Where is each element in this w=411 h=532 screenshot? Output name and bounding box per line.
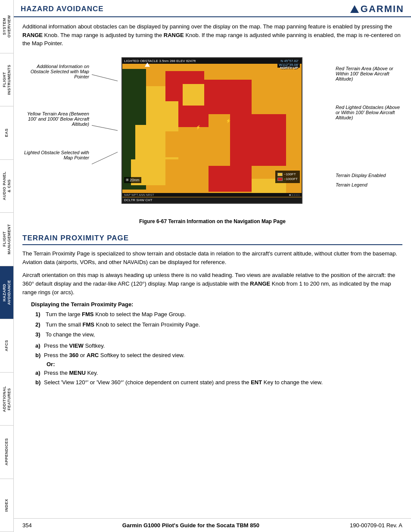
map-softkey-bar: DCLTR SHW CHT xyxy=(122,197,302,203)
terrain-para-2: Aircraft orientation on this map is alwa… xyxy=(22,271,402,297)
sub-steps-first: a) Press the VIEW Softkey. b) Press the … xyxy=(35,342,402,360)
label-yellow-terrain: Yellow Terrain Area (Between 100' and 10… xyxy=(22,111,89,127)
page-title: HAZARD AVOIDANCE xyxy=(21,5,104,13)
sidebar: SYSTEMOVERVIEW FLIGHTINSTRUMENTS EAS AUD… xyxy=(0,0,14,532)
subsection-heading-displaying: Displaying the Terrain Proximity Page: xyxy=(31,301,402,308)
step-2: 2) Turn the small FMS Knob to select the… xyxy=(35,320,402,329)
label-lighted-obstacle: Lighted Obstacle Selected with Map Point… xyxy=(22,150,89,160)
footer-title: Garmin G1000 Pilot's Guide for the Socat… xyxy=(122,522,259,529)
map-legend: ~100FT ~1000FT xyxy=(275,171,300,183)
sidebar-item-appendices[interactable]: APPENDICES xyxy=(0,426,13,479)
step-3: 3) To change the view, xyxy=(35,330,402,339)
label-red-terrain: Red Terrain Area (Above or Within 100' B… xyxy=(336,66,402,81)
footer-page-number: 354 xyxy=(22,522,32,529)
label-terrain-display: Terrain Display Enabled xyxy=(336,173,402,178)
sidebar-item-flight-management[interactable]: FLIGHTMANAGEMENT xyxy=(0,213,13,266)
figure-caption: Figure 6-67 Terrain Information on the N… xyxy=(22,218,402,224)
sub-step-b2: b) Select 'View 120°' or 'View 360°' (ch… xyxy=(35,378,402,387)
terrain-para-1: The Terrain Proximity Page is specialize… xyxy=(22,249,402,267)
sidebar-item-index[interactable]: INDEX xyxy=(0,479,13,532)
map-image: LIGHTED OBSTACLE 3.5nm 288 ELEV 6247ft N… xyxy=(96,57,277,204)
obstacle-icon-1: ⚡ xyxy=(196,125,201,130)
sidebar-item-system-overview[interactable]: SYSTEMOVERVIEW xyxy=(0,0,13,53)
page-header: HAZARD AVOIDANCE GARMIN xyxy=(14,0,411,17)
garmin-logo-text: GARMIN xyxy=(361,3,404,15)
obstacle-icon-2: ⚡ xyxy=(226,118,231,123)
content-area: Additional information about obstacles c… xyxy=(14,17,411,393)
sidebar-item-afcs[interactable]: AFCS xyxy=(0,319,13,373)
step-1: 1) Turn the large FMS Knob to select the… xyxy=(35,310,402,319)
label-red-obstacles: Red Lighted Obstacles (Above or Within 1… xyxy=(336,105,402,120)
sidebar-item-flight-instruments[interactable]: FLIGHTINSTRUMENTS xyxy=(0,53,13,107)
garmin-logo-triangle xyxy=(350,5,359,13)
label-additional-info: Additional Information on Obstacle Selec… xyxy=(22,64,89,79)
section-heading-terrain: TERRAIN PROXIMITY PAGE xyxy=(22,234,402,245)
footer-part-number: 190-00709-01 Rev. A xyxy=(350,522,402,529)
label-terrain-legend: Terrain Legend xyxy=(336,182,402,187)
garmin-logo: GARMIN xyxy=(350,3,404,15)
sidebar-item-audio-panel[interactable]: AUDIO PANEL& CNS xyxy=(0,160,13,213)
steps-list: 1) Turn the large FMS Knob to select the… xyxy=(35,310,402,339)
map-pointer-marker xyxy=(145,62,150,67)
sub-step-a2: a) Press the MENU Key. xyxy=(35,369,402,377)
map-range: ⊞ 20nm xyxy=(124,177,141,183)
map-north-label: NORTH UP xyxy=(280,66,298,70)
sidebar-item-hazard-avoidance[interactable]: HAZARDAVOIDANCE xyxy=(0,266,13,320)
sub-step-a1: a) Press the VIEW Softkey. xyxy=(35,342,402,350)
page-footer: 354 Garmin G1000 Pilot's Guide for the S… xyxy=(14,518,411,532)
map-status-bar: MAP WPT ANN NRST ■□□□□□ xyxy=(122,193,302,197)
intro-paragraph: Additional information about obstacles c… xyxy=(22,22,402,48)
sidebar-item-eas[interactable]: EAS xyxy=(0,106,13,160)
sub-steps-second: a) Press the MENU Key. b) Select 'View 1… xyxy=(35,369,402,387)
or-text: Or: xyxy=(47,361,402,367)
main-content: HAZARD AVOIDANCE GARMIN Additional infor… xyxy=(14,0,411,393)
sidebar-item-additional-features[interactable]: ADDITIONALFEATURES xyxy=(0,373,13,426)
figure-wrapper: Additional Information on Obstacle Selec… xyxy=(22,53,402,217)
sub-step-b1: b) Press the 360 or ARC Softkey to selec… xyxy=(35,351,402,360)
